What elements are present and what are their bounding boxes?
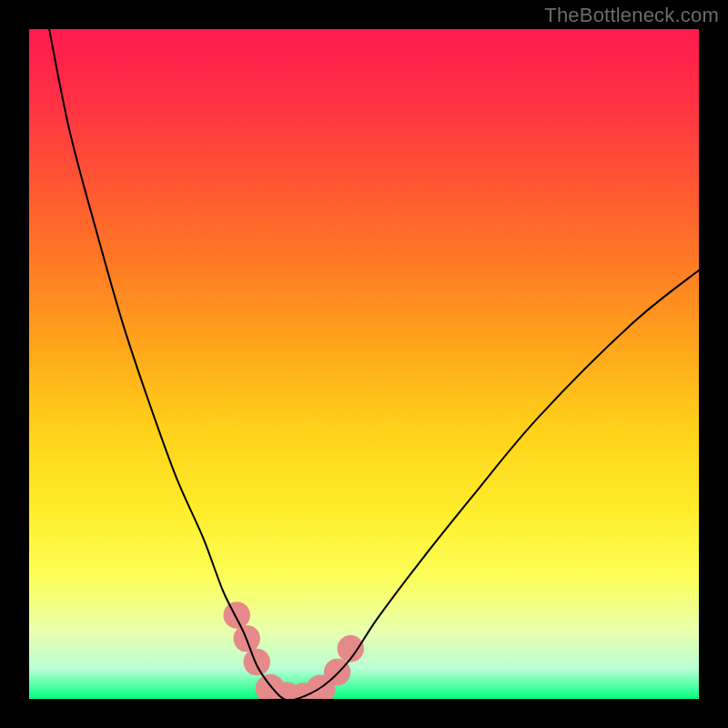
watermark-text: TheBottleneck.com xyxy=(544,4,719,27)
marker-left-cluster-top xyxy=(223,602,249,628)
marker-left-cluster-low xyxy=(244,649,270,675)
background-gradient xyxy=(29,29,699,699)
chart-frame: TheBottleneck.com xyxy=(0,0,728,728)
plot-area xyxy=(29,29,699,699)
chart-svg xyxy=(29,29,699,699)
